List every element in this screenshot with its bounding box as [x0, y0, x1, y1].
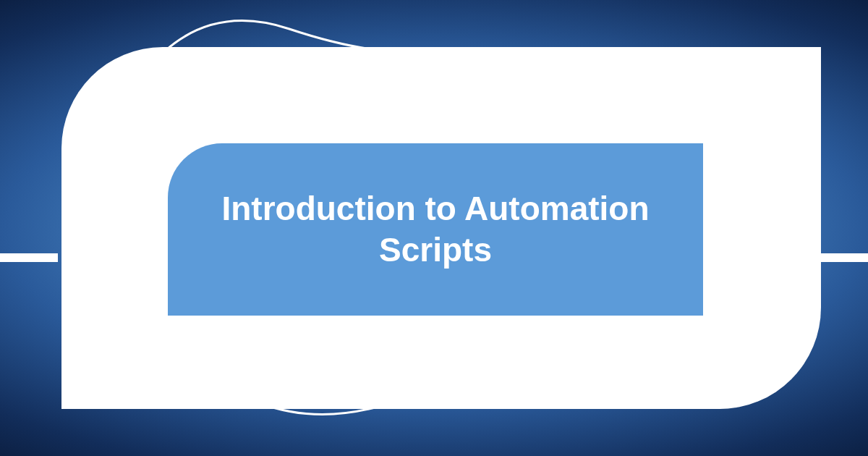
inner-blue-card: Introduction to Automation Scripts	[168, 143, 703, 316]
decorative-line-left	[0, 253, 58, 262]
slide-title: Introduction to Automation Scripts	[204, 188, 667, 271]
